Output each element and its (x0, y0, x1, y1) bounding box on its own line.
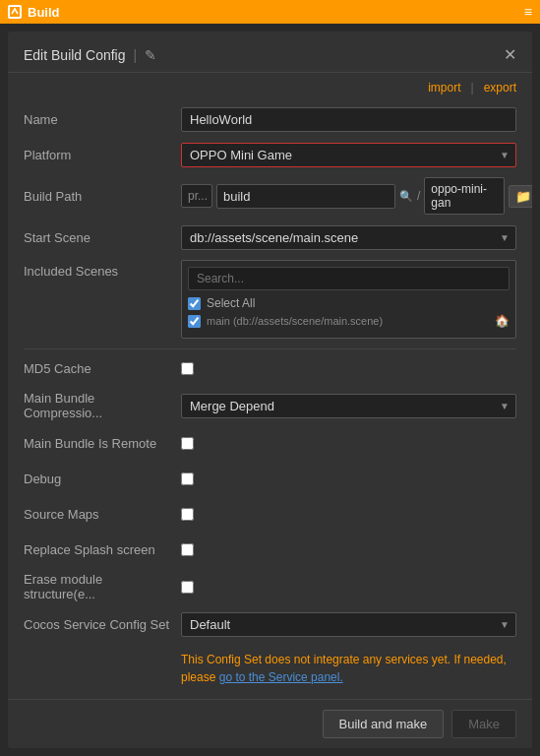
name-input[interactable] (181, 107, 516, 132)
included-scenes-label: Included Scenes (24, 260, 181, 279)
build-path-slash: / (417, 189, 420, 203)
start-scene-select-wrapper: db://assets/scene/main.scene ▼ (181, 225, 516, 250)
scenes-box: Select All main (db://assets/scene/main.… (181, 260, 516, 339)
erase-module-row: Erase module structure(e... (24, 572, 516, 601)
erase-module-checkbox[interactable] (181, 581, 194, 594)
name-value (181, 107, 516, 132)
source-maps-value (181, 508, 516, 521)
export-link[interactable]: export (484, 81, 516, 94)
select-all-row: Select All (188, 296, 510, 310)
cocos-service-wrapper: Default ▼ (181, 612, 516, 637)
replace-splash-label: Replace Splash screen (24, 542, 181, 557)
main-bundle-compression-wrapper: Merge Depend None Merge All JSON Mini Ga… (181, 394, 516, 418)
cocos-service-select[interactable]: Default (182, 613, 515, 636)
select-all-label: Select All (207, 296, 255, 310)
home-icon[interactable]: 🏠 (495, 314, 510, 328)
divider-sep: | (471, 81, 474, 94)
main-bundle-remote-value (181, 437, 516, 450)
platform-row: Platform OPPO Mini Game Android iOS Web … (24, 142, 516, 167)
name-label: Name (24, 112, 181, 127)
replace-splash-row: Replace Splash screen (24, 536, 516, 562)
hamburger-icon[interactable]: ≡ (524, 4, 532, 20)
main-bundle-compression-row: Main Bundle Compressio... Merge Depend N… (24, 391, 516, 420)
panel-header: Edit Build Config | ✎ ✕ (8, 32, 532, 73)
replace-splash-checkbox[interactable] (181, 543, 194, 556)
source-maps-label: Source Maps (24, 507, 181, 522)
start-scene-row: Start Scene db://assets/scene/main.scene… (24, 224, 516, 250)
start-scene-label: Start Scene (24, 230, 181, 245)
folder-browse-button[interactable]: 📁 (509, 185, 532, 208)
md5-cache-checkbox[interactable] (181, 362, 194, 375)
replace-splash-value (181, 543, 516, 556)
import-link[interactable]: import (428, 81, 460, 94)
debug-value (181, 472, 516, 485)
md5-cache-row: MD5 Cache (24, 355, 516, 381)
name-row: Name (24, 106, 516, 132)
divider-1 (24, 348, 516, 349)
scenes-inner: Select All main (db://assets/scene/main.… (181, 260, 516, 339)
panel-footer: Build and make Make (8, 699, 532, 748)
build-config-panel: Edit Build Config | ✎ ✕ import | export … (8, 32, 532, 748)
cocos-service-row: Cocos Service Config Set Default ▼ (24, 611, 516, 637)
debug-row: Debug (24, 466, 516, 491)
source-maps-row: Source Maps (24, 501, 516, 527)
build-path-label: Build Path (24, 189, 181, 204)
erase-module-value (181, 581, 516, 594)
make-button: Make (451, 710, 516, 738)
main-bundle-remote-checkbox[interactable] (181, 437, 194, 450)
build-icon (8, 5, 22, 19)
panel-title: Edit Build Config | ✎ (24, 47, 156, 63)
title-bar-label: Build (28, 5, 60, 20)
separator-bar: | (134, 47, 138, 63)
build-path-group: pr... 🔍 / oppo-mini-gan 📁 (181, 177, 532, 215)
platform-select-wrapper: OPPO Mini Game Android iOS Web Mobile We… (181, 143, 516, 167)
platform-select[interactable]: OPPO Mini Game Android iOS Web Mobile We… (182, 144, 515, 166)
build-path-prefix: pr... (181, 184, 212, 208)
select-all-checkbox[interactable] (188, 297, 201, 310)
debug-checkbox[interactable] (181, 472, 194, 485)
scene-item-row: main (db://assets/scene/main.scene) 🏠 (188, 314, 510, 328)
info-message: This Config Set does not integrate any s… (181, 651, 516, 686)
build-and-make-button[interactable]: Build and make (323, 710, 445, 738)
title-bar-left: Build (8, 5, 60, 20)
build-path-suffix: oppo-mini-gan (424, 177, 505, 215)
build-path-input[interactable] (216, 184, 395, 209)
main-bundle-remote-row: Main Bundle Is Remote (24, 430, 516, 456)
platform-label: Platform (24, 148, 181, 162)
info-message-row: This Config Set does not integrate any s… (24, 647, 516, 686)
panel-content: Name Platform OPPO Mini Game Android iOS… (8, 98, 532, 699)
title-bar: Build ≡ (0, 0, 540, 24)
md5-cache-value (181, 362, 516, 375)
panel-title-text: Edit Build Config (24, 47, 126, 63)
main-bundle-compression-label: Main Bundle Compressio... (24, 391, 181, 420)
included-scenes-row: Included Scenes Select All main (db://as… (24, 260, 516, 339)
cocos-service-label: Cocos Service Config Set (24, 617, 181, 632)
erase-module-label: Erase module structure(e... (24, 572, 181, 601)
main-bundle-remote-label: Main Bundle Is Remote (24, 436, 181, 451)
search-small-icon: 🔍 (399, 190, 413, 203)
md5-cache-label: MD5 Cache (24, 361, 181, 376)
scene-item-checkbox[interactable] (188, 315, 201, 328)
edit-icon[interactable]: ✎ (145, 47, 156, 63)
scene-item-label: main (db://assets/scene/main.scene) (207, 315, 383, 327)
main-bundle-compression-select[interactable]: Merge Depend None Merge All JSON Mini Ga… (182, 395, 515, 417)
source-maps-checkbox[interactable] (181, 508, 194, 521)
service-panel-link[interactable]: go to the Service panel. (219, 670, 343, 684)
import-export-row: import | export (8, 73, 532, 98)
build-path-row: Build Path pr... 🔍 / oppo-mini-gan 📁 (24, 177, 516, 215)
debug-label: Debug (24, 472, 181, 486)
scenes-search-input[interactable] (188, 267, 510, 290)
start-scene-select[interactable]: db://assets/scene/main.scene (182, 226, 515, 249)
close-icon[interactable]: ✕ (504, 45, 516, 64)
